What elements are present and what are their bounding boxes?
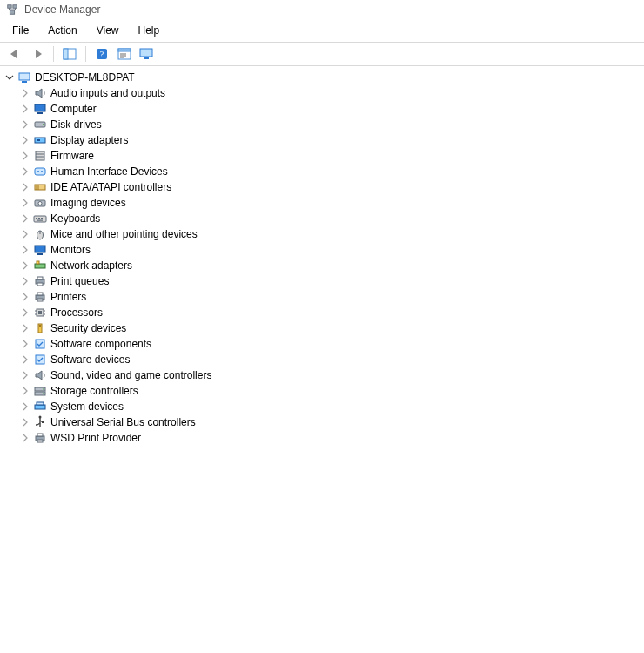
tree-item[interactable]: System devices <box>2 399 642 414</box>
tree-item[interactable]: Print queues <box>2 273 642 289</box>
tree-item[interactable]: Keyboards <box>2 211 642 226</box>
speaker-icon <box>33 86 47 100</box>
chevron-right-icon[interactable] <box>19 275 31 287</box>
chevron-right-icon[interactable] <box>19 134 31 146</box>
svg-point-31 <box>41 171 43 172</box>
svg-rect-38 <box>36 218 37 219</box>
help-button[interactable]: ? <box>92 44 111 64</box>
chevron-right-icon[interactable] <box>19 181 31 193</box>
tree-item-label: Keyboards <box>50 212 100 225</box>
tree-item[interactable]: Display adapters <box>2 132 642 148</box>
tree-item[interactable]: Computer <box>2 101 642 117</box>
window-title: Device Manager <box>24 3 100 16</box>
svg-rect-17 <box>144 57 149 59</box>
svg-rect-0 <box>8 5 11 9</box>
chevron-right-icon[interactable] <box>19 338 31 350</box>
chevron-right-icon[interactable] <box>19 228 31 240</box>
device-tree[interactable]: DESKTOP-ML8DPAT Audio inputs and outputs… <box>0 66 644 653</box>
tree-item-label: Imaging devices <box>50 197 126 209</box>
properties-button[interactable] <box>115 44 134 64</box>
tree-item[interactable]: WSD Print Provider <box>2 430 642 446</box>
tree-item[interactable]: Human Interface Devices <box>2 164 642 179</box>
svg-rect-21 <box>37 112 43 114</box>
chevron-right-icon[interactable] <box>19 212 31 225</box>
svg-rect-53 <box>37 299 43 301</box>
svg-point-30 <box>37 171 39 172</box>
system-icon <box>33 400 47 414</box>
tree-item[interactable]: Audio inputs and outputs <box>2 85 642 101</box>
chevron-right-icon[interactable] <box>19 385 31 397</box>
chevron-right-icon[interactable] <box>19 150 31 162</box>
update-driver-button[interactable] <box>138 44 157 64</box>
back-button[interactable] <box>5 44 24 64</box>
tree-item[interactable]: Sound, video and game controllers <box>2 367 642 383</box>
tree-root-label: DESKTOP-ML8DPAT <box>35 71 135 84</box>
svg-rect-12 <box>118 49 131 51</box>
menu-view[interactable]: View <box>88 23 128 38</box>
chevron-right-icon[interactable] <box>19 322 31 334</box>
tree-item[interactable]: Security devices <box>2 320 642 336</box>
chevron-right-icon[interactable] <box>19 87 31 99</box>
storage-icon <box>33 384 47 398</box>
console-tree-button[interactable] <box>60 44 79 64</box>
chevron-right-icon[interactable] <box>19 259 31 272</box>
tree-item[interactable]: Software components <box>2 336 642 352</box>
chevron-right-icon[interactable] <box>19 244 31 256</box>
tree-item[interactable]: Universal Serial Bus controllers <box>2 414 642 430</box>
tree-item[interactable]: Storage controllers <box>2 383 642 399</box>
svg-rect-41 <box>37 220 43 221</box>
network-icon <box>33 259 47 273</box>
chevron-right-icon[interactable] <box>19 197 31 209</box>
svg-rect-29 <box>35 168 45 175</box>
chevron-down-icon[interactable] <box>3 71 16 84</box>
svg-rect-45 <box>37 253 43 255</box>
monitor-icon <box>33 243 47 257</box>
chevron-right-icon[interactable] <box>19 432 31 444</box>
svg-rect-20 <box>35 104 45 111</box>
chevron-right-icon[interactable] <box>19 306 31 319</box>
chevron-right-icon[interactable] <box>19 369 31 381</box>
chevron-right-icon[interactable] <box>19 103 31 115</box>
tree-item[interactable]: Mice and other pointing devices <box>2 226 642 242</box>
tree-root[interactable]: DESKTOP-ML8DPAT <box>2 70 642 85</box>
menu-file[interactable]: File <box>3 23 37 38</box>
svg-rect-44 <box>35 246 45 252</box>
svg-rect-26 <box>36 151 44 160</box>
tree-item-label: IDE ATA/ATAPI controllers <box>50 181 171 193</box>
speaker-icon <box>33 368 47 382</box>
chevron-right-icon[interactable] <box>19 291 31 303</box>
security-icon <box>33 321 47 335</box>
printer-icon <box>33 274 47 288</box>
menu-help[interactable]: Help <box>130 23 169 38</box>
tree-item[interactable]: Software devices <box>2 352 642 367</box>
tree-item[interactable]: Network adapters <box>2 258 642 273</box>
menu-action[interactable]: Action <box>39 23 85 38</box>
tree-item-label: Universal Serial Bus controllers <box>50 416 196 428</box>
svg-rect-16 <box>140 49 152 57</box>
chevron-right-icon[interactable] <box>19 118 31 131</box>
tree-item[interactable]: Imaging devices <box>2 195 642 211</box>
tree-item[interactable]: Processors <box>2 305 642 320</box>
svg-rect-8 <box>64 49 68 59</box>
tree-item-label: Audio inputs and outputs <box>50 87 165 99</box>
svg-rect-18 <box>19 73 30 80</box>
chevron-right-icon[interactable] <box>19 165 31 178</box>
tree-item-label: Software components <box>50 338 151 350</box>
tree-item[interactable]: IDE ATA/ATAPI controllers <box>2 179 642 195</box>
tree-item[interactable]: Monitors <box>2 242 642 258</box>
svg-rect-46 <box>35 264 45 268</box>
svg-rect-69 <box>37 402 44 405</box>
chevron-right-icon[interactable] <box>19 353 31 366</box>
chevron-right-icon[interactable] <box>19 401 31 413</box>
tree-item[interactable]: Firmware <box>2 148 642 164</box>
svg-rect-40 <box>41 218 43 219</box>
imaging-icon <box>33 196 47 210</box>
tree-item[interactable]: Printers <box>2 289 642 305</box>
svg-rect-49 <box>37 277 43 279</box>
tree-item[interactable]: Disk drives <box>2 117 642 132</box>
svg-rect-50 <box>37 283 43 286</box>
toolbar-separator <box>85 46 86 62</box>
svg-rect-19 <box>22 81 27 83</box>
forward-button[interactable] <box>28 44 47 64</box>
chevron-right-icon[interactable] <box>19 416 31 428</box>
